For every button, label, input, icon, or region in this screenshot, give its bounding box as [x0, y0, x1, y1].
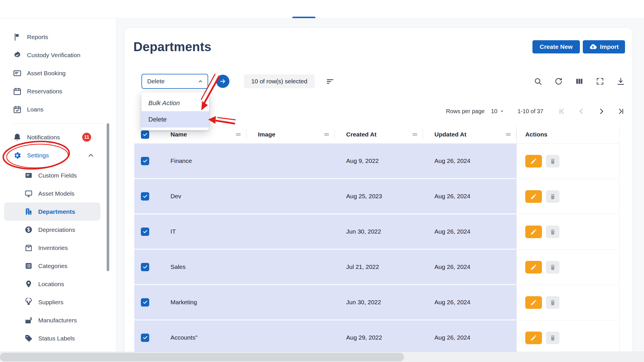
cell-image: [246, 320, 335, 356]
gear-icon: [13, 151, 22, 160]
cell-created-at: Jun 30, 2022: [335, 214, 423, 250]
row-checkbox[interactable]: [141, 192, 149, 201]
sidebar-item-status-labels[interactable]: Status Labels: [4, 329, 100, 347]
edit-button[interactable]: [525, 226, 542, 238]
delete-button[interactable]: [546, 332, 559, 344]
caret-down-icon: [499, 108, 505, 114]
sidebar-item-inventories[interactable]: Inventories: [4, 239, 100, 257]
page-title: Departments: [133, 39, 211, 54]
sidebar-item-notifications[interactable]: Notifications 11: [0, 128, 116, 146]
drag-handle-icon[interactable]: [323, 131, 330, 138]
cell-image: [246, 250, 335, 285]
sidebar-nav: Reports Custody Verification Asset Booki…: [0, 18, 116, 347]
cell-updated-at: Aug 26, 2024: [423, 285, 516, 320]
cell-created-at: Jun 30, 2022: [335, 285, 423, 320]
drag-handle-icon[interactable]: [235, 131, 242, 138]
delete-button[interactable]: [546, 226, 559, 238]
sidebar-item-asset-models[interactable]: Asset Models: [4, 184, 100, 203]
sidebar-item-departments[interactable]: Departments: [4, 203, 100, 221]
sidebar-item-depreciations[interactable]: Depreciations: [4, 221, 100, 239]
delete-button[interactable]: [546, 261, 559, 274]
topbar: [0, 0, 644, 18]
drag-handle-icon[interactable]: [411, 131, 418, 138]
cloud-upload-icon: [589, 43, 597, 51]
menu-item-delete[interactable]: Delete: [141, 111, 209, 128]
horizontal-scrollbar-thumb[interactable]: [0, 353, 404, 361]
rows-per-page-label: Rows per page: [446, 108, 485, 115]
inventories-icon: [24, 244, 33, 252]
apply-bulk-action-button[interactable]: [216, 75, 229, 88]
import-button-label: Import: [600, 43, 619, 50]
edit-button[interactable]: [525, 296, 542, 309]
sidebar-item-manufacturers[interactable]: Manufacturers: [4, 311, 100, 329]
download-icon[interactable]: [616, 77, 625, 86]
sidebar-item-label: Reports: [27, 34, 48, 41]
last-page-icon[interactable]: [617, 107, 625, 115]
cell-name: IT: [161, 214, 246, 250]
row-checkbox[interactable]: [141, 228, 149, 236]
edit-button[interactable]: [525, 190, 542, 203]
menu-item-bulk-action[interactable]: Bulk Action: [141, 95, 209, 111]
delete-button[interactable]: [546, 155, 559, 167]
sidebar-item-label: Manufacturers: [38, 317, 77, 324]
column-header-actions: Actions: [525, 131, 547, 138]
row-checkbox[interactable]: [141, 298, 149, 307]
sidebar-item-loans[interactable]: Loans: [0, 100, 116, 118]
calendar-icon: [13, 87, 22, 96]
arrow-right-icon: [219, 78, 226, 85]
sidebar-divider: [12, 123, 104, 124]
rows-per-page-select[interactable]: 10: [491, 108, 505, 115]
column-header-updated-at[interactable]: Updated At: [434, 131, 466, 138]
horizontal-scrollbar: [0, 352, 644, 362]
row-checkbox[interactable]: [141, 334, 149, 342]
verified-icon: [13, 51, 22, 59]
row-checkbox[interactable]: [141, 263, 149, 271]
card-header: Departments Create New Import: [124, 28, 632, 54]
pagination-range: 1-10 of 37: [518, 108, 543, 115]
select-all-checkbox[interactable]: [141, 130, 149, 139]
sidebar-item-custody-verification[interactable]: Custody Verification: [0, 46, 116, 64]
edit-button[interactable]: [525, 332, 542, 344]
cell-actions: [516, 214, 620, 250]
edit-button[interactable]: [525, 261, 542, 274]
sidebar-item-settings[interactable]: Settings: [0, 146, 116, 164]
sidebar: Reports Custody Verification Asset Booki…: [0, 18, 116, 362]
column-header-image[interactable]: Image: [258, 131, 275, 138]
cell-name: Finance: [161, 144, 246, 179]
columns-icon[interactable]: [575, 77, 584, 86]
sidebar-item-label: Reservations: [27, 88, 62, 95]
bulk-action-select[interactable]: Delete: [141, 74, 208, 89]
sidebar-item-suppliers[interactable]: Suppliers: [4, 293, 100, 311]
previous-page-icon[interactable]: [578, 107, 585, 115]
table-row: Marketing Jun 30, 2022 Aug 26, 2024: [134, 285, 620, 320]
cell-name: Marketing: [161, 285, 246, 320]
next-page-icon[interactable]: [597, 107, 605, 115]
delete-button[interactable]: [546, 296, 559, 309]
sidebar-scrollbar-thumb[interactable]: [107, 123, 109, 271]
categories-icon: [24, 262, 33, 270]
manufacturers-icon: [24, 316, 33, 324]
drag-handle-icon[interactable]: [505, 131, 512, 138]
cell-created-at: Aug 9, 2022: [335, 144, 423, 179]
refresh-icon[interactable]: [554, 77, 563, 86]
sidebar-item-asset-booking[interactable]: Asset Booking: [0, 64, 116, 82]
column-header-created-at[interactable]: Created At: [346, 131, 376, 138]
sidebar-item-locations[interactable]: Locations: [4, 275, 100, 293]
create-new-button[interactable]: Create New: [532, 40, 580, 53]
bulk-action-menu: Bulk Action Delete: [141, 92, 209, 130]
search-icon[interactable]: [534, 77, 542, 86]
sidebar-item-reservations[interactable]: Reservations: [0, 82, 116, 100]
cell-image: [246, 285, 335, 320]
first-page-icon[interactable]: [558, 107, 566, 115]
filter-lines-icon[interactable]: [326, 77, 334, 86]
fullscreen-icon[interactable]: [596, 77, 604, 86]
sidebar-item-custom-fields[interactable]: Custom Fields: [4, 166, 100, 184]
sidebar-item-label: Notifications: [27, 134, 60, 141]
edit-button[interactable]: [525, 155, 542, 167]
column-header-name[interactable]: Name: [170, 131, 187, 138]
sidebar-item-categories[interactable]: Categories: [4, 257, 100, 275]
row-checkbox[interactable]: [141, 157, 149, 165]
delete-button[interactable]: [546, 190, 559, 203]
sidebar-item-reports[interactable]: Reports: [0, 28, 116, 46]
import-button[interactable]: Import: [583, 40, 625, 53]
